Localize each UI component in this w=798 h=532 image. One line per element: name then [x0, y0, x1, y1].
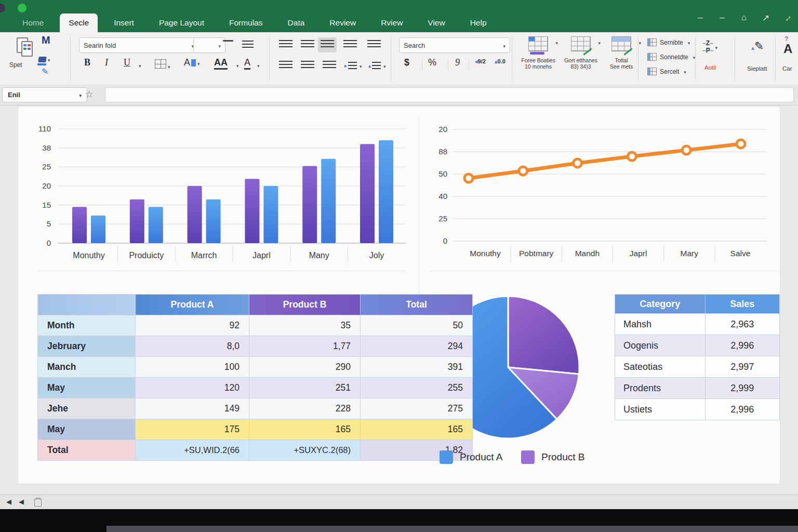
format-painter-button[interactable]: ✎	[42, 66, 48, 76]
row-label[interactable]: Manch	[38, 357, 136, 378]
tab-view[interactable]: View	[419, 14, 454, 32]
left-table-header-total[interactable]: Total	[361, 295, 473, 315]
sales-cell[interactable]: 2,996	[705, 335, 779, 356]
decrease-indent-button[interactable]: ▴	[366, 58, 389, 73]
sort-filter-button[interactable]: –Z– –P–	[702, 39, 717, 54]
tab-home[interactable]: Home	[14, 14, 52, 32]
share-arrow-icon[interactable]: ↗	[761, 12, 771, 23]
right-table-header-category[interactable]: Category	[615, 295, 706, 314]
sales-cell[interactable]: 2,999	[705, 378, 779, 399]
tab-data[interactable]: Data	[279, 14, 314, 32]
table-cell[interactable]: +SU,WID.2(66	[136, 440, 249, 461]
table-cell[interactable]: 92	[136, 315, 249, 336]
category-cell[interactable]: Ustiets	[615, 399, 706, 420]
table-cell[interactable]: 255	[361, 378, 473, 398]
category-cell[interactable]: Mahsh	[615, 314, 706, 335]
next-sheet-icon[interactable]: ◀	[19, 498, 24, 506]
clipped-a-button[interactable]: A	[783, 42, 792, 56]
conditional-formatting-button[interactable]: Foree Boaties10 monehs	[517, 36, 559, 70]
table-cell[interactable]: 391	[361, 357, 473, 378]
find-select-button[interactable]: ▴✎	[751, 39, 764, 53]
merge-button[interactable]	[365, 37, 383, 52]
row-label[interactable]: Jehe	[38, 398, 136, 419]
markdown-m-icon[interactable]: M	[42, 34, 50, 46]
sales-cell[interactable]: 2,963	[705, 314, 779, 335]
increase-decimal-button[interactable]: ◂9/2	[475, 58, 486, 65]
cell-styles-button[interactable]: TottalSee mets	[601, 36, 642, 70]
minimize-icon[interactable]: –	[695, 12, 706, 23]
borders-button[interactable]	[155, 59, 170, 71]
align-middle-button[interactable]	[298, 37, 317, 52]
traffic-light-dark-icon[interactable]	[0, 4, 5, 12]
tab-insert[interactable]: Insert	[105, 14, 143, 32]
tab-page-layout[interactable]: Page Layout	[150, 14, 213, 32]
table-cell[interactable]: 251	[249, 378, 361, 398]
category-cell[interactable]: Sateotias	[615, 356, 706, 378]
resize-diagonal-icon[interactable]: ↔	[780, 10, 795, 25]
increase-indent-button[interactable]: ▸	[342, 58, 365, 73]
currency-button[interactable]: $	[404, 57, 409, 68]
bar-chart[interactable]: 1103825201550MonuthyProduictyMarrchJaprl…	[32, 115, 427, 274]
home-icon[interactable]: ⌂	[739, 12, 749, 23]
left-table-header-blank[interactable]	[38, 295, 136, 315]
lines-button[interactable]	[242, 41, 254, 50]
table-cell[interactable]: 165	[249, 419, 361, 440]
chevron-down-icon[interactable]	[256, 60, 260, 70]
table-cell[interactable]: 294	[361, 336, 473, 357]
row-label[interactable]: Jebruary	[38, 336, 136, 357]
tab-secle[interactable]: Secle	[60, 14, 98, 32]
underline-button[interactable]: U	[124, 57, 130, 68]
row-label[interactable]: Total	[38, 440, 136, 461]
align-top-button[interactable]	[276, 37, 295, 52]
traffic-light-green-icon[interactable]	[18, 4, 26, 12]
tab-review[interactable]: Review	[321, 14, 365, 32]
left-table-header-product-a[interactable]: Product A	[136, 295, 249, 315]
table-cell[interactable]: 100	[136, 357, 249, 378]
format-cells-button[interactable]: Sercelt	[647, 68, 686, 75]
tab-formulas[interactable]: Formulas	[220, 14, 272, 32]
table-cell[interactable]: 149	[136, 398, 249, 419]
align-left-button[interactable]	[276, 58, 295, 73]
sales-cell[interactable]: 2,996	[705, 399, 779, 420]
row-label[interactable]: May	[38, 419, 136, 440]
formula-input[interactable]	[105, 87, 794, 102]
percent-button[interactable]: %	[428, 57, 436, 68]
table-cell[interactable]: 165	[361, 419, 473, 440]
decrease-decimal-button[interactable]: ▴0.0	[495, 58, 506, 65]
align-right-button[interactable]	[320, 58, 339, 73]
tab-help[interactable]: Help	[461, 14, 496, 32]
format-as-table-button[interactable]: Gort etthanes83) 34)3	[560, 36, 602, 70]
sheet-tab-icon[interactable]	[34, 499, 42, 507]
minimize-2-icon[interactable]: –	[717, 12, 727, 23]
category-cell[interactable]: Prodents	[615, 378, 706, 399]
font-name-combo[interactable]: Searin fold	[79, 37, 198, 53]
fill-bucket-button[interactable]	[38, 55, 50, 64]
tab-rview[interactable]: Rview	[372, 14, 411, 32]
table-cell[interactable]: 35	[249, 315, 361, 336]
comma-style-button[interactable]: 9	[455, 57, 460, 68]
font-color-button[interactable]: A	[244, 57, 250, 70]
align-center-button[interactable]	[298, 58, 317, 73]
insert-cells-button[interactable]: Sernibte	[647, 38, 690, 46]
line-chart[interactable]: 20885040250MonuthyPobtmaryMandhJaprlMary…	[434, 115, 780, 274]
row-label[interactable]: May	[38, 378, 136, 398]
table-cell[interactable]: 1,77	[249, 336, 361, 357]
table-cell[interactable]: 8,0	[136, 336, 249, 357]
font-size-combo[interactable]	[193, 37, 225, 53]
fill-color-button[interactable]: A	[184, 57, 200, 68]
prev-sheet-icon[interactable]: ◀	[6, 498, 11, 506]
change-case-button[interactable]: AA	[214, 57, 228, 70]
delete-cells-button[interactable]: Sonnetdte	[647, 53, 695, 61]
bold-button[interactable]: B	[84, 57, 90, 68]
table-cell[interactable]: 175	[136, 419, 249, 440]
chevron-down-icon[interactable]	[137, 60, 141, 70]
row-label[interactable]: Month	[38, 315, 136, 336]
left-table-header-product-b[interactable]: Product B	[249, 295, 361, 315]
table-cell[interactable]: 290	[249, 357, 361, 378]
table-cell[interactable]: 275	[361, 398, 473, 419]
fx-icon[interactable]: ☆	[85, 88, 94, 100]
align-bottom-button-selected[interactable]	[318, 37, 337, 52]
right-table-header-sales[interactable]: Sales	[705, 295, 779, 314]
category-cell[interactable]: Oogenis	[615, 335, 706, 356]
table-cell[interactable]: 50	[361, 315, 473, 336]
